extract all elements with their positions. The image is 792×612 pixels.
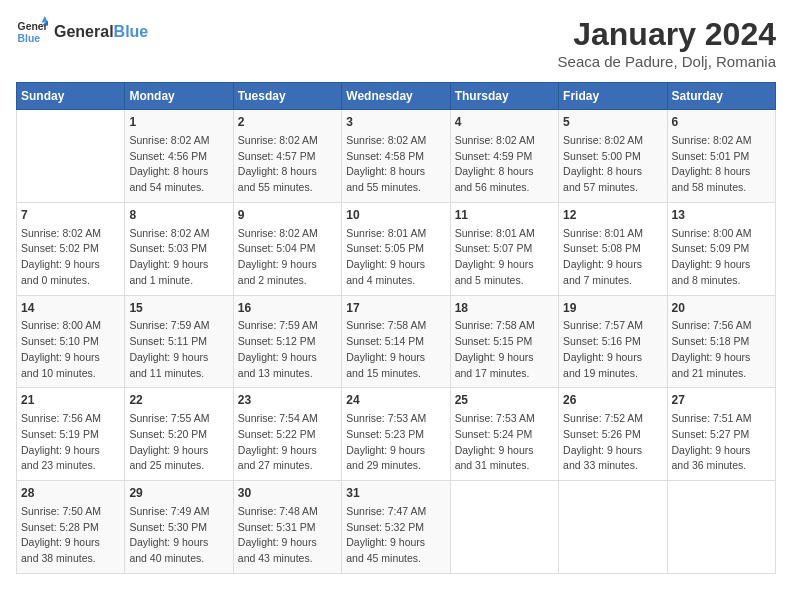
logo-text: GeneralBlue: [54, 23, 148, 41]
day-cell: 9Sunrise: 8:02 AM Sunset: 5:04 PM Daylig…: [233, 202, 341, 295]
day-cell: 31Sunrise: 7:47 AM Sunset: 5:32 PM Dayli…: [342, 481, 450, 574]
day-info: Sunrise: 7:57 AM Sunset: 5:16 PM Dayligh…: [563, 318, 662, 381]
day-cell: 30Sunrise: 7:48 AM Sunset: 5:31 PM Dayli…: [233, 481, 341, 574]
day-number: 7: [21, 207, 120, 224]
day-cell: 15Sunrise: 7:59 AM Sunset: 5:11 PM Dayli…: [125, 295, 233, 388]
header-cell-thursday: Thursday: [450, 83, 558, 110]
day-info: Sunrise: 7:53 AM Sunset: 5:24 PM Dayligh…: [455, 411, 554, 474]
day-cell: 21Sunrise: 7:56 AM Sunset: 5:19 PM Dayli…: [17, 388, 125, 481]
day-info: Sunrise: 7:54 AM Sunset: 5:22 PM Dayligh…: [238, 411, 337, 474]
day-cell: 5Sunrise: 8:02 AM Sunset: 5:00 PM Daylig…: [559, 110, 667, 203]
day-cell: [667, 481, 775, 574]
day-number: 14: [21, 300, 120, 317]
logo: General Blue GeneralBlue: [16, 16, 148, 48]
day-cell: 22Sunrise: 7:55 AM Sunset: 5:20 PM Dayli…: [125, 388, 233, 481]
day-number: 16: [238, 300, 337, 317]
day-info: Sunrise: 8:02 AM Sunset: 4:58 PM Dayligh…: [346, 133, 445, 196]
header-cell-saturday: Saturday: [667, 83, 775, 110]
day-cell: 3Sunrise: 8:02 AM Sunset: 4:58 PM Daylig…: [342, 110, 450, 203]
month-title: January 2024: [558, 16, 776, 53]
day-cell: 25Sunrise: 7:53 AM Sunset: 5:24 PM Dayli…: [450, 388, 558, 481]
week-row-5: 28Sunrise: 7:50 AM Sunset: 5:28 PM Dayli…: [17, 481, 776, 574]
day-cell: 1Sunrise: 8:02 AM Sunset: 4:56 PM Daylig…: [125, 110, 233, 203]
day-cell: 10Sunrise: 8:01 AM Sunset: 5:05 PM Dayli…: [342, 202, 450, 295]
header-cell-tuesday: Tuesday: [233, 83, 341, 110]
svg-marker-2: [42, 16, 48, 22]
day-cell: 7Sunrise: 8:02 AM Sunset: 5:02 PM Daylig…: [17, 202, 125, 295]
day-number: 3: [346, 114, 445, 131]
day-number: 9: [238, 207, 337, 224]
day-number: 13: [672, 207, 771, 224]
day-cell: 12Sunrise: 8:01 AM Sunset: 5:08 PM Dayli…: [559, 202, 667, 295]
day-number: 8: [129, 207, 228, 224]
day-cell: 23Sunrise: 7:54 AM Sunset: 5:22 PM Dayli…: [233, 388, 341, 481]
day-number: 5: [563, 114, 662, 131]
page-header: General Blue GeneralBlue January 2024 Se…: [16, 16, 776, 70]
day-info: Sunrise: 8:00 AM Sunset: 5:09 PM Dayligh…: [672, 226, 771, 289]
week-row-1: 1Sunrise: 8:02 AM Sunset: 4:56 PM Daylig…: [17, 110, 776, 203]
week-row-2: 7Sunrise: 8:02 AM Sunset: 5:02 PM Daylig…: [17, 202, 776, 295]
svg-text:General: General: [18, 21, 48, 32]
day-cell: 29Sunrise: 7:49 AM Sunset: 5:30 PM Dayli…: [125, 481, 233, 574]
day-info: Sunrise: 7:56 AM Sunset: 5:19 PM Dayligh…: [21, 411, 120, 474]
day-info: Sunrise: 7:47 AM Sunset: 5:32 PM Dayligh…: [346, 504, 445, 567]
day-info: Sunrise: 8:01 AM Sunset: 5:07 PM Dayligh…: [455, 226, 554, 289]
day-cell: 16Sunrise: 7:59 AM Sunset: 5:12 PM Dayli…: [233, 295, 341, 388]
day-info: Sunrise: 8:02 AM Sunset: 5:03 PM Dayligh…: [129, 226, 228, 289]
day-info: Sunrise: 7:58 AM Sunset: 5:14 PM Dayligh…: [346, 318, 445, 381]
day-cell: 17Sunrise: 7:58 AM Sunset: 5:14 PM Dayli…: [342, 295, 450, 388]
location-subtitle: Seaca de Padure, Dolj, Romania: [558, 53, 776, 70]
day-info: Sunrise: 8:02 AM Sunset: 5:01 PM Dayligh…: [672, 133, 771, 196]
week-row-3: 14Sunrise: 8:00 AM Sunset: 5:10 PM Dayli…: [17, 295, 776, 388]
day-number: 30: [238, 485, 337, 502]
logo-general: General: [54, 23, 114, 40]
header-cell-sunday: Sunday: [17, 83, 125, 110]
day-cell: 28Sunrise: 7:50 AM Sunset: 5:28 PM Dayli…: [17, 481, 125, 574]
header-row: SundayMondayTuesdayWednesdayThursdayFrid…: [17, 83, 776, 110]
day-info: Sunrise: 7:59 AM Sunset: 5:12 PM Dayligh…: [238, 318, 337, 381]
header-cell-monday: Monday: [125, 83, 233, 110]
day-info: Sunrise: 8:01 AM Sunset: 5:05 PM Dayligh…: [346, 226, 445, 289]
day-cell: 13Sunrise: 8:00 AM Sunset: 5:09 PM Dayli…: [667, 202, 775, 295]
day-cell: 19Sunrise: 7:57 AM Sunset: 5:16 PM Dayli…: [559, 295, 667, 388]
calendar-header: SundayMondayTuesdayWednesdayThursdayFrid…: [17, 83, 776, 110]
day-cell: 6Sunrise: 8:02 AM Sunset: 5:01 PM Daylig…: [667, 110, 775, 203]
day-number: 19: [563, 300, 662, 317]
day-number: 18: [455, 300, 554, 317]
title-block: January 2024 Seaca de Padure, Dolj, Roma…: [558, 16, 776, 70]
day-number: 2: [238, 114, 337, 131]
day-cell: [17, 110, 125, 203]
day-cell: [450, 481, 558, 574]
day-number: 15: [129, 300, 228, 317]
day-cell: 8Sunrise: 8:02 AM Sunset: 5:03 PM Daylig…: [125, 202, 233, 295]
calendar-table: SundayMondayTuesdayWednesdayThursdayFrid…: [16, 82, 776, 574]
day-number: 17: [346, 300, 445, 317]
day-info: Sunrise: 8:02 AM Sunset: 5:00 PM Dayligh…: [563, 133, 662, 196]
day-number: 12: [563, 207, 662, 224]
day-number: 31: [346, 485, 445, 502]
day-info: Sunrise: 7:59 AM Sunset: 5:11 PM Dayligh…: [129, 318, 228, 381]
day-info: Sunrise: 8:02 AM Sunset: 4:57 PM Dayligh…: [238, 133, 337, 196]
day-number: 4: [455, 114, 554, 131]
day-cell: 20Sunrise: 7:56 AM Sunset: 5:18 PM Dayli…: [667, 295, 775, 388]
day-info: Sunrise: 8:02 AM Sunset: 4:59 PM Dayligh…: [455, 133, 554, 196]
logo-icon: General Blue: [16, 16, 48, 48]
day-cell: 27Sunrise: 7:51 AM Sunset: 5:27 PM Dayli…: [667, 388, 775, 481]
day-info: Sunrise: 8:01 AM Sunset: 5:08 PM Dayligh…: [563, 226, 662, 289]
day-info: Sunrise: 8:02 AM Sunset: 4:56 PM Dayligh…: [129, 133, 228, 196]
day-number: 21: [21, 392, 120, 409]
day-info: Sunrise: 7:58 AM Sunset: 5:15 PM Dayligh…: [455, 318, 554, 381]
day-info: Sunrise: 7:52 AM Sunset: 5:26 PM Dayligh…: [563, 411, 662, 474]
day-info: Sunrise: 7:56 AM Sunset: 5:18 PM Dayligh…: [672, 318, 771, 381]
day-number: 28: [21, 485, 120, 502]
day-info: Sunrise: 7:48 AM Sunset: 5:31 PM Dayligh…: [238, 504, 337, 567]
day-info: Sunrise: 7:51 AM Sunset: 5:27 PM Dayligh…: [672, 411, 771, 474]
day-number: 29: [129, 485, 228, 502]
day-cell: 4Sunrise: 8:02 AM Sunset: 4:59 PM Daylig…: [450, 110, 558, 203]
day-cell: 24Sunrise: 7:53 AM Sunset: 5:23 PM Dayli…: [342, 388, 450, 481]
day-cell: [559, 481, 667, 574]
day-info: Sunrise: 7:53 AM Sunset: 5:23 PM Dayligh…: [346, 411, 445, 474]
day-cell: 14Sunrise: 8:00 AM Sunset: 5:10 PM Dayli…: [17, 295, 125, 388]
day-cell: 26Sunrise: 7:52 AM Sunset: 5:26 PM Dayli…: [559, 388, 667, 481]
header-cell-friday: Friday: [559, 83, 667, 110]
